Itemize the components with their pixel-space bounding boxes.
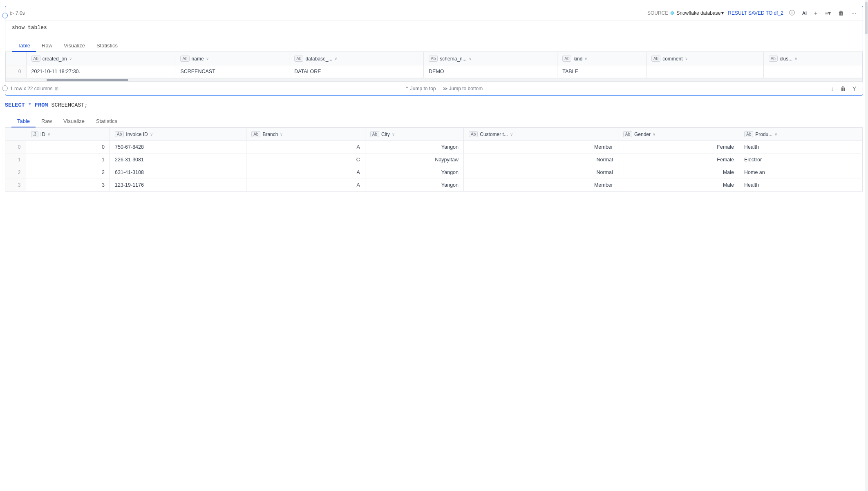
sort-icon[interactable]: ∨ xyxy=(69,56,72,61)
sql-asterisk: * xyxy=(28,102,31,108)
th-created-on: Ab created_on ∨ xyxy=(26,52,175,65)
cell-branch-1: C xyxy=(246,154,365,166)
sort-icon-branch[interactable]: ∨ xyxy=(280,132,283,136)
chevron-down-icon: ▾ xyxy=(721,10,724,16)
ai-button[interactable]: AI xyxy=(801,10,808,16)
cell-product-3: Health xyxy=(739,179,862,192)
cell-customer-1: Normal xyxy=(464,154,618,166)
cell-id-0: 0 xyxy=(26,141,110,154)
type-badge-ab-city: Ab xyxy=(370,131,379,137)
table-row-0: 0 0 750-67-8428 A Yangon Member Female H… xyxy=(5,141,863,154)
source-label: SOURCE ❄ Snowflake database ▾ xyxy=(647,10,724,16)
tab-visualize-1[interactable]: Visualize xyxy=(58,40,91,52)
row-num-r3: 3 xyxy=(5,179,26,192)
cell-id-3: 3 xyxy=(26,179,110,192)
footer-delete-button[interactable]: 🗑 xyxy=(839,85,848,93)
tab-table-2[interactable]: Table xyxy=(11,116,36,127)
th-database: Ab database_... ∨ xyxy=(289,52,424,65)
cell-invoice-0: 750-67-8428 xyxy=(110,141,246,154)
type-badge-ab-gender: Ab xyxy=(623,131,632,137)
type-badge-ab-2: Ab xyxy=(180,56,189,62)
sort-icon-id[interactable]: ∨ xyxy=(47,132,50,136)
th-branch: Ab Branch ∨ xyxy=(246,128,365,141)
cell-cluster xyxy=(763,65,862,78)
sort-icon-5[interactable]: ∨ xyxy=(584,56,587,61)
th-rownum-2 xyxy=(5,128,26,141)
table-wrapper-1: Ab created_on ∨ Ab name ∨ xyxy=(5,52,863,82)
type-badge-ab-prod: Ab xyxy=(744,131,753,137)
th-id: .3 ID ∨ xyxy=(26,128,110,141)
th-gender: Ab Gender ∨ xyxy=(618,128,739,141)
cell-customer-3: Member xyxy=(464,179,618,192)
cell-customer-2: Normal xyxy=(464,166,618,179)
sort-icon-3[interactable]: ∨ xyxy=(334,56,337,61)
cell-created-on: 2021-10-11 18:27:30. xyxy=(26,65,175,78)
type-badge-ab-3: Ab xyxy=(294,56,303,62)
type-badge-ab-5: Ab xyxy=(562,56,571,62)
tab-statistics-2[interactable]: Statistics xyxy=(90,116,123,127)
jump-to-bottom[interactable]: ≫ Jump to bottom xyxy=(443,86,483,92)
type-badge-ab-cust: Ab xyxy=(469,131,478,137)
info-button[interactable]: ⓘ xyxy=(787,9,796,18)
add-button[interactable]: + xyxy=(812,9,819,17)
source-dropdown[interactable]: Snowflake database ▾ xyxy=(676,10,724,16)
sql-from: FROM xyxy=(35,102,48,108)
th-cluster: Ab clus... ∨ xyxy=(763,52,862,65)
sort-icon-6[interactable]: ∨ xyxy=(685,56,688,61)
more-button[interactable]: ··· xyxy=(850,9,858,17)
cell-product-2: Home an xyxy=(739,166,862,179)
tab-visualize-2[interactable]: Visualize xyxy=(58,116,90,127)
type-badge-ab: Ab xyxy=(31,56,40,62)
cell-invoice-1: 226-31-3081 xyxy=(110,154,246,166)
sql-code: SELECT * FROM SCREENCAST; xyxy=(5,102,863,108)
th-schema: Ab schema_n... ∨ xyxy=(424,52,557,65)
jump-to-top[interactable]: ⌃ Jump to top xyxy=(405,86,436,92)
cell-gender-0: Female xyxy=(618,141,739,154)
tab-statistics-1[interactable]: Statistics xyxy=(91,40,123,52)
tab-raw-1[interactable]: Raw xyxy=(36,40,58,52)
footer-center: ⌃ Jump to top ≫ Jump to bottom xyxy=(405,86,483,92)
cell-invoice-2: 631-41-3108 xyxy=(110,166,246,179)
cell-gender-1: Female xyxy=(618,154,739,166)
table-row-2: 2 2 631-41-3108 A Yangon Normal Male Hom… xyxy=(5,166,863,179)
th-kind: Ab kind ∨ xyxy=(557,52,647,65)
tab-raw-2[interactable]: Raw xyxy=(36,116,58,127)
arrow-up-icon: ⌃ xyxy=(405,86,409,92)
tab-table-1[interactable]: Table xyxy=(12,40,36,52)
cell-code-1: show tables xyxy=(5,20,863,37)
footer-filter-button[interactable]: Y xyxy=(851,85,858,93)
th-customer-type: Ab Customer t... ∨ xyxy=(464,128,618,141)
table-footer-1: 1 row x 22 columns ⊞ ⌃ Jump to top ≫ Jum… xyxy=(5,82,863,95)
export-button[interactable]: ↓ xyxy=(829,85,835,93)
sort-icon-7[interactable]: ∨ xyxy=(794,56,797,61)
cell-city-2: Yangon xyxy=(365,166,463,179)
sql-block: SELECT * FROM SCREENCAST; xyxy=(5,102,863,108)
sort-icon-2[interactable]: ∨ xyxy=(206,56,209,61)
th-comment: Ab comment ∨ xyxy=(646,52,763,65)
cell-kind: TABLE xyxy=(557,65,647,78)
row-num-0: 0 xyxy=(6,65,26,78)
snowflake-icon: ❄ xyxy=(670,10,675,16)
sort-icon-gender[interactable]: ∨ xyxy=(653,132,655,136)
sort-icon-city[interactable]: ∨ xyxy=(392,132,395,136)
scrollbar-thumb[interactable] xyxy=(47,79,128,81)
cell-database: DATALORE xyxy=(289,65,424,78)
sort-icon-cust[interactable]: ∨ xyxy=(510,132,513,136)
type-badge-ab-branch: Ab xyxy=(251,131,260,137)
play-icon: ▷ xyxy=(10,10,14,16)
th-product: Ab Produ... ∨ xyxy=(739,128,862,141)
cell-city-3: Yangon xyxy=(365,179,463,192)
table-header-row-2: .3 ID ∨ Ab Invoice ID ∨ xyxy=(5,128,863,141)
type-badge-num: .3 xyxy=(31,131,38,137)
save-button[interactable]: ≡▾ xyxy=(823,9,832,17)
sort-icon-4[interactable]: ∨ xyxy=(469,56,472,61)
cell-node-top xyxy=(2,13,8,18)
th-name: Ab name ∨ xyxy=(175,52,289,65)
cell-header-left: ▷ 7.0s xyxy=(10,10,25,16)
table-wrapper-2: .3 ID ∨ Ab Invoice ID ∨ xyxy=(5,127,863,192)
sort-icon-inv[interactable]: ∨ xyxy=(150,132,153,136)
scrollbar-track[interactable] xyxy=(6,78,862,81)
delete-button[interactable]: 🗑 xyxy=(837,9,846,17)
result-block-2: Table Raw Visualize Statistics .3 ID ∨ xyxy=(5,112,863,192)
sort-icon-prod[interactable]: ∨ xyxy=(774,132,777,136)
